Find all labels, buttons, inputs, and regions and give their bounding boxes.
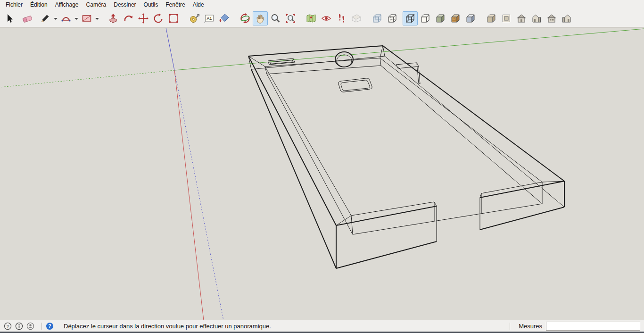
viewport-3d[interactable] <box>0 27 644 320</box>
look-around-eye-icon <box>321 13 332 24</box>
text-icon: A1 <box>204 13 215 24</box>
zoom-extents-tool-button[interactable] <box>283 11 298 25</box>
blue-axis-negative <box>174 70 223 320</box>
push-pull-icon <box>107 13 119 24</box>
menu-dessiner[interactable]: Dessiner <box>110 0 140 9</box>
phone-case-wireframe-model[interactable] <box>248 46 564 268</box>
measurements-label: Mesures <box>519 323 542 330</box>
left-view-house-icon <box>561 13 572 24</box>
tape-measure-icon <box>189 13 200 24</box>
front-view-house-icon <box>516 13 527 24</box>
walk-feet-icon <box>336 13 347 24</box>
zoom-extents-icon <box>285 13 296 24</box>
offset-icon <box>168 13 179 24</box>
side-slot <box>396 63 420 84</box>
left-view-button[interactable] <box>559 11 574 25</box>
menu-fichier[interactable]: Fichier <box>2 0 26 9</box>
orbit-tool-button[interactable] <box>238 11 253 25</box>
iso-view-button[interactable] <box>484 11 499 25</box>
top-view-button[interactable] <box>499 11 514 25</box>
status-bar: ? ? Déplacez le curseur dans la directio… <box>0 320 644 332</box>
rotate-tool-button[interactable] <box>151 11 166 25</box>
3d-scene <box>0 28 644 320</box>
question-help-icon[interactable]: ? <box>46 322 54 330</box>
blue-axis <box>166 28 174 70</box>
menu-bar: Fichier Édition Affichage Caméra Dessine… <box>0 0 644 9</box>
move-tool-button[interactable] <box>136 11 151 25</box>
section-plane-icon <box>351 13 362 24</box>
right-view-button[interactable] <box>529 11 544 25</box>
drawing-axes <box>0 28 644 320</box>
menu-outils[interactable]: Outils <box>140 0 162 9</box>
rectangle-tool-button[interactable] <box>79 11 94 25</box>
text-tool-label: A1 <box>206 16 212 21</box>
offset-tool-button[interactable] <box>166 11 181 25</box>
svg-text:?: ? <box>48 324 51 329</box>
zoom-tool-button[interactable] <box>268 11 283 25</box>
paint-bucket-tool-button[interactable] <box>217 11 232 25</box>
wireframe-style-button[interactable] <box>403 11 418 25</box>
rectangle-icon <box>81 13 92 24</box>
follow-me-tool-button[interactable] <box>121 11 136 25</box>
front-view-button[interactable] <box>514 11 529 25</box>
info-icon[interactable] <box>15 322 23 330</box>
paint-bucket-icon <box>219 13 230 24</box>
zoom-icon <box>270 13 281 24</box>
line-tool-button[interactable] <box>38 11 53 25</box>
menu-fenetre[interactable]: Fenêtre <box>162 0 189 9</box>
toolbar: A1 <box>0 9 644 27</box>
menu-camera[interactable]: Caméra <box>83 0 110 9</box>
menu-aide[interactable]: Aide <box>189 0 208 9</box>
measurements-input[interactable] <box>546 322 640 331</box>
shaded-style-button[interactable] <box>433 11 448 25</box>
user-icon[interactable] <box>26 322 34 330</box>
look-around-tool-button[interactable] <box>319 11 334 25</box>
line-tool-dropdown[interactable] <box>53 11 58 25</box>
menu-affichage[interactable]: Affichage <box>51 0 83 9</box>
status-message: Déplacez le curseur dans la direction vo… <box>64 323 271 330</box>
hidden-line-box-icon <box>420 13 431 24</box>
monochrome-box-icon <box>465 13 476 24</box>
follow-me-icon <box>123 13 134 24</box>
back-edges-style-button[interactable] <box>385 11 400 25</box>
sketchup-window: Fichier Édition Affichage Caméra Dessine… <box>0 0 644 333</box>
wireframe-box-icon <box>405 13 416 24</box>
rectangle-tool-dropdown[interactable] <box>94 11 100 25</box>
move-icon <box>138 13 149 24</box>
tape-measure-tool-button[interactable] <box>187 11 202 25</box>
position-camera-tool-button[interactable] <box>304 11 319 25</box>
menu-edition[interactable]: Édition <box>26 0 51 9</box>
green-axis-negative <box>0 70 174 87</box>
hidden-line-style-button[interactable] <box>418 11 433 25</box>
back-edges-box-icon <box>387 13 398 24</box>
shaded-textures-style-button[interactable] <box>448 11 463 25</box>
xray-style-button[interactable] <box>370 11 385 25</box>
iso-view-icon <box>486 13 497 24</box>
arc-tool-dropdown[interactable] <box>74 11 79 25</box>
top-view-icon <box>501 13 512 24</box>
svg-text:?: ? <box>7 324 9 329</box>
orbit-icon <box>239 13 251 24</box>
eraser-tool-button[interactable] <box>20 11 35 25</box>
back-view-house-icon <box>546 13 557 24</box>
section-plane-tool-button[interactable] <box>349 11 364 25</box>
chevron-down-icon <box>54 18 58 22</box>
pan-tool-button[interactable] <box>253 11 268 25</box>
pan-hand-icon <box>255 13 266 24</box>
text-tool-button[interactable]: A1 <box>202 11 217 25</box>
chevron-down-icon <box>74 18 78 22</box>
shaded-box-icon <box>435 13 446 24</box>
select-tool-button[interactable] <box>2 11 17 25</box>
push-pull-tool-button[interactable] <box>106 11 121 25</box>
xray-box-icon <box>372 13 383 24</box>
arc-tool-button[interactable] <box>58 11 74 25</box>
help-icon[interactable]: ? <box>4 322 12 330</box>
chevron-down-icon <box>95 18 99 22</box>
separator <box>510 323 510 330</box>
back-view-button[interactable] <box>544 11 559 25</box>
monochrome-style-button[interactable] <box>463 11 478 25</box>
walk-tool-button[interactable] <box>334 11 349 25</box>
green-axis <box>174 29 644 70</box>
select-icon <box>4 13 15 24</box>
position-camera-icon <box>305 13 317 24</box>
